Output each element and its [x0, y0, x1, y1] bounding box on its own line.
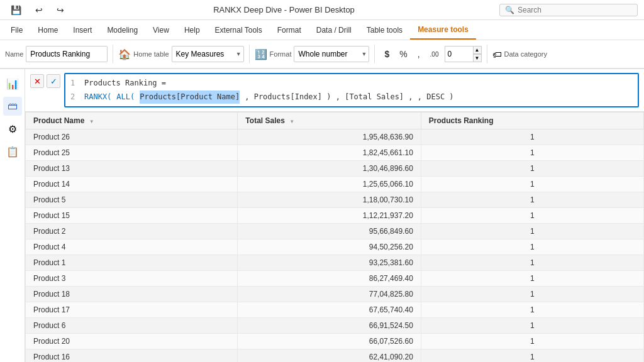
title-bar: 💾 ↩ ↪ RANKX Deep Dive - Power BI Desktop…: [0, 0, 644, 20]
table-header: Product Name ▼ Total Sales ▼ Products Ra…: [26, 112, 644, 129]
cell-product-name: Product 25: [26, 145, 238, 161]
cell-rank: 1: [421, 271, 643, 287]
data-category-group: 🏷 Data category: [492, 49, 547, 60]
table-body: Product 26 1,95,48,636.90 1 Product 25 1…: [26, 129, 644, 362]
cell-rank: 1: [421, 129, 643, 145]
cell-product-name: Product 4: [26, 239, 238, 255]
menu-measure-tools[interactable]: Measure tools: [410, 20, 476, 40]
cell-total-sales: 86,27,469.40: [238, 271, 421, 287]
name-group: Name: [5, 46, 108, 62]
decimal-more-button[interactable]: .00: [426, 48, 443, 60]
cell-product-name: Product 16: [26, 349, 238, 362]
cell-rank: 1: [421, 318, 643, 334]
redo-button[interactable]: ↪: [52, 3, 69, 18]
measure-name-input[interactable]: [26, 46, 108, 62]
sep3: [374, 45, 375, 63]
app-body: 📊 🗃 ⚙ 📋 ✕ ✓ 1 Products Ranking = 2 RANKX…: [0, 69, 644, 362]
cell-rank: 1: [421, 349, 643, 362]
cell-product-name: Product 26: [26, 129, 238, 145]
table-row: Product 5 1,18,00,730.10 1: [26, 192, 644, 208]
code-line1-text: Products Ranking =: [84, 77, 166, 90]
sort-icon-sales: ▼: [289, 119, 294, 124]
cell-total-sales: 1,12,21,937.20: [238, 208, 421, 224]
col-header-total-sales[interactable]: Total Sales ▼: [238, 112, 421, 129]
code-line-1: 1 Products Ranking =: [70, 77, 633, 90]
sidebar-icon-dax[interactable]: 📋: [3, 142, 22, 161]
formula-confirm-button[interactable]: ✓: [47, 74, 60, 88]
cell-rank: 1: [421, 145, 643, 161]
menu-table-tools[interactable]: Table tools: [359, 20, 410, 40]
code-param: Products[Product Name]: [140, 90, 240, 104]
code-rankx: RANKX(: [84, 90, 111, 104]
table-row: Product 25 1,82,45,661.10 1: [26, 145, 644, 161]
sidebar: 📊 🗃 ⚙ 📋: [0, 69, 25, 362]
cell-rank: 1: [421, 302, 643, 318]
search-box[interactable]: 🔍: [499, 4, 638, 16]
search-input[interactable]: [518, 6, 612, 14]
cell-rank: 1: [421, 334, 643, 349]
cell-total-sales: 95,66,849.60: [238, 224, 421, 239]
table-wrapper[interactable]: Product Name ▼ Total Sales ▼ Products Ra…: [25, 112, 644, 362]
decimal-value-input[interactable]: [445, 46, 473, 62]
format-group: 🔢 Format Whole number Decimal number Per…: [255, 46, 370, 62]
table-row: Product 13 1,30,46,896.60 1: [26, 161, 644, 177]
table-row: Product 15 1,12,21,937.20 1: [26, 208, 644, 224]
cell-product-name: Product 20: [26, 334, 238, 349]
format-dropdown[interactable]: Whole number Decimal number Percentage C…: [294, 46, 369, 62]
spinbox-arrows: ▲ ▼: [473, 46, 482, 62]
percent-button[interactable]: %: [395, 47, 411, 62]
format-label: Format: [270, 50, 292, 58]
main-content: ✕ ✓ 1 Products Ranking = 2 RANKX( ALL( P…: [25, 69, 644, 362]
cell-rank: 1: [421, 224, 643, 239]
home-table-label: Home table: [133, 50, 169, 58]
home-table-dropdown[interactable]: Key Measures: [172, 46, 244, 62]
spinbox-up-button[interactable]: ▲: [473, 46, 482, 54]
sidebar-icon-model[interactable]: ⚙: [3, 119, 22, 138]
menu-view[interactable]: View: [145, 20, 177, 40]
menu-bar: File Home Insert Modeling View Help Exte…: [0, 20, 644, 40]
cell-product-name: Product 6: [26, 318, 238, 334]
table-row: Product 14 1,25,65,066.10 1: [26, 177, 644, 192]
menu-insert[interactable]: Insert: [65, 20, 99, 40]
currency-button[interactable]: $: [380, 47, 394, 62]
menu-help[interactable]: Help: [177, 20, 208, 40]
table-row: Product 2 95,66,849.60 1: [26, 224, 644, 239]
home-table-dropdown-wrapper: Key Measures ▼: [172, 46, 244, 62]
spinbox-down-button[interactable]: ▼: [473, 54, 482, 62]
menu-home[interactable]: Home: [30, 20, 65, 40]
cell-total-sales: 1,95,48,636.90: [238, 129, 421, 145]
cell-rank: 1: [421, 192, 643, 208]
sep1: [113, 45, 113, 63]
col-header-product-name[interactable]: Product Name ▼: [26, 112, 238, 129]
menu-format[interactable]: Format: [270, 20, 309, 40]
table-row: Product 1 93,25,381.60 1: [26, 255, 644, 271]
menu-file[interactable]: File: [3, 20, 30, 40]
cell-product-name: Product 2: [26, 224, 238, 239]
data-area: Product Name ▼ Total Sales ▼ Products Ra…: [25, 112, 644, 362]
number-format-group: $ % , .00 ▲ ▼: [380, 46, 481, 62]
formula-bar: ✕ ✓ 1 Products Ranking = 2 RANKX( ALL( P…: [25, 69, 644, 112]
undo-button[interactable]: ↩: [31, 3, 47, 18]
cell-total-sales: 1,30,46,896.60: [238, 161, 421, 177]
cell-product-name: Product 5: [26, 192, 238, 208]
sep4: [487, 45, 487, 63]
menu-external-tools[interactable]: External Tools: [208, 20, 270, 40]
table-row: Product 18 77,04,825.80 1: [26, 287, 644, 302]
cell-total-sales: 1,82,45,661.10: [238, 145, 421, 161]
save-button[interactable]: 💾: [6, 3, 26, 18]
data-table: Product Name ▼ Total Sales ▼ Products Ra…: [25, 112, 644, 362]
app-title: RANKX Deep Dive - Power BI Desktop: [213, 5, 355, 14]
table-row: Product 3 86,27,469.40 1: [26, 271, 644, 287]
sidebar-icon-data[interactable]: 🗃: [3, 97, 22, 116]
cell-rank: 1: [421, 161, 643, 177]
menu-modeling[interactable]: Modeling: [99, 20, 145, 40]
cell-total-sales: 1,18,00,730.10: [238, 192, 421, 208]
sidebar-icon-report[interactable]: 📊: [3, 74, 22, 93]
cell-rank: 1: [421, 287, 643, 302]
home-icon: 🏠: [118, 48, 131, 60]
formula-code[interactable]: 1 Products Ranking = 2 RANKX( ALL( Produ…: [64, 73, 639, 107]
cell-product-name: Product 15: [26, 208, 238, 224]
comma-button[interactable]: ,: [413, 47, 425, 62]
formula-cancel-button[interactable]: ✕: [30, 74, 44, 88]
menu-data-drill[interactable]: Data / Drill: [309, 20, 359, 40]
